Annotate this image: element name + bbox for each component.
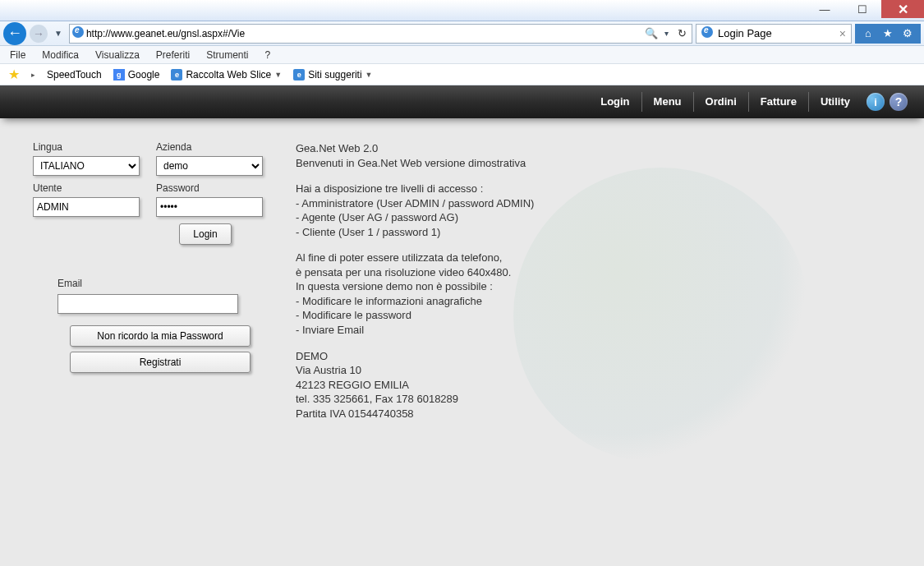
- azienda-label: Azienda: [156, 141, 263, 153]
- home-icon[interactable]: ⌂: [862, 27, 875, 40]
- tools-icon[interactable]: ⚙: [901, 27, 914, 40]
- email-input[interactable]: [57, 294, 238, 314]
- password-label: Password: [156, 182, 263, 194]
- email-label: Email: [57, 278, 263, 289]
- browser-control-icons: ⌂ ★ ⚙: [855, 24, 921, 44]
- window-titlebar: — ☐ ✕: [0, 0, 924, 21]
- nav-fatture[interactable]: Fatture: [748, 92, 808, 112]
- register-button[interactable]: Registrati: [70, 352, 251, 373]
- back-button[interactable]: ←: [3, 22, 26, 45]
- add-favorite-icon[interactable]: ★: [8, 67, 20, 82]
- lingua-label: Lingua: [33, 141, 140, 153]
- browser-menu-bar: File Modifica Visualizza Preferiti Strum…: [0, 46, 924, 64]
- nav-ordini[interactable]: Ordini: [693, 92, 748, 112]
- info-text: Gea.Net Web 2.0 Benvenuti in Gea.Net Web…: [296, 141, 891, 543]
- utente-label: Utente: [33, 182, 140, 194]
- browser-nav-row: ← → ▼ 🔍 ▾ ↻ Login Page × ⌂ ★ ⚙: [0, 21, 924, 46]
- info-p2: Hai a disposizione tre livelli di access…: [296, 182, 891, 239]
- addr-dropdown[interactable]: ▾: [661, 29, 672, 38]
- favorites-icon[interactable]: ★: [881, 27, 894, 40]
- menu-strumenti[interactable]: Strumenti: [206, 49, 248, 61]
- fav-siti[interactable]: eSiti suggeriti ▼: [293, 69, 372, 81]
- fav-speedtouch[interactable]: SpeedTouch: [47, 69, 102, 81]
- browser-tab[interactable]: Login Page ×: [696, 24, 852, 44]
- login-form: Lingua ITALIANO Azienda demo Utente Pass…: [33, 141, 263, 543]
- app-header: Login Menu Ordini Fatture Utility i ?: [0, 85, 924, 118]
- nav-login[interactable]: Login: [589, 92, 641, 112]
- utente-input[interactable]: [33, 197, 140, 217]
- tab-close-button[interactable]: ×: [839, 27, 846, 40]
- search-icon[interactable]: 🔍: [641, 27, 661, 39]
- fav-raccolta[interactable]: eRaccolta Web Slice ▼: [171, 69, 282, 81]
- nav-menu[interactable]: Menu: [641, 92, 693, 112]
- menu-preferiti[interactable]: Preferiti: [156, 49, 190, 61]
- menu-help[interactable]: ?: [265, 49, 271, 61]
- address-bar: 🔍 ▾ ↻: [69, 24, 692, 44]
- site-icon: [70, 26, 86, 40]
- forward-button[interactable]: →: [30, 25, 48, 43]
- maximize-button[interactable]: ☐: [844, 0, 881, 18]
- info-p4: DEMO Via Austria 10 42123 REGGIO EMILIA …: [296, 349, 891, 421]
- url-input[interactable]: [86, 28, 641, 39]
- info-p3: Al fine di poter essere utilizzata da te…: [296, 251, 891, 337]
- nav-utility[interactable]: Utility: [808, 92, 862, 112]
- info-icon[interactable]: i: [867, 93, 885, 111]
- tab-icon: [701, 26, 713, 40]
- nav-history-dropdown[interactable]: ▼: [51, 29, 66, 38]
- fav-google[interactable]: gGoogle: [113, 69, 160, 81]
- fav-dropdown-icon[interactable]: ▸: [31, 71, 35, 79]
- azienda-select[interactable]: demo: [156, 156, 263, 176]
- favorites-bar: ★ ▸ SpeedTouch gGoogle eRaccolta Web Sli…: [0, 64, 924, 85]
- tab-title: Login Page: [718, 27, 772, 39]
- refresh-button[interactable]: ↻: [672, 27, 692, 39]
- password-input[interactable]: [156, 197, 263, 217]
- menu-modifica[interactable]: Modifica: [42, 49, 79, 61]
- close-button[interactable]: ✕: [881, 0, 924, 18]
- login-button[interactable]: Login: [179, 223, 231, 245]
- forgot-password-button[interactable]: Non ricordo la mia Password: [70, 325, 251, 347]
- menu-visualizza[interactable]: Visualizza: [95, 49, 140, 61]
- minimize-button[interactable]: —: [806, 0, 844, 18]
- info-p1: Gea.Net Web 2.0 Benvenuti in Gea.Net Web…: [296, 141, 891, 170]
- help-icon[interactable]: ?: [890, 93, 908, 111]
- page-content: Lingua ITALIANO Azienda demo Utente Pass…: [0, 118, 924, 566]
- menu-file[interactable]: File: [10, 49, 25, 61]
- lingua-select[interactable]: ITALIANO: [33, 156, 140, 176]
